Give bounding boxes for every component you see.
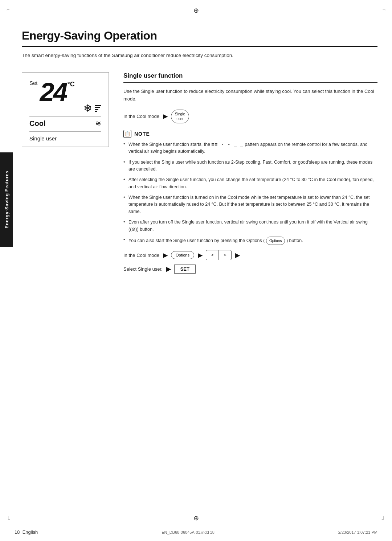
note-icon: 📋 <box>123 130 131 138</box>
nav-buttons: ＜ ＞ <box>206 250 232 260</box>
side-tab: Energy-Saving Features <box>0 152 13 247</box>
corner-mark-br: ┘ <box>382 516 385 522</box>
flow-row-2: In the Cool mode ▶ Options ▶ ＜ ＞ ▶ <box>123 250 377 260</box>
footer-file-info: EN_DB68-06045A-01.indd 18 <box>162 530 215 534</box>
footer: 18 English EN_DB68-06045A-01.indd 18 2/2… <box>0 523 392 541</box>
corner-mark-tl: ⌐ <box>7 7 9 12</box>
note-item-6: You can also start the Single user funct… <box>123 237 377 245</box>
display-cool-text: Cool <box>29 119 45 128</box>
note-label: NOTE <box>134 131 150 137</box>
set-button[interactable]: SET <box>174 265 196 274</box>
section-title: Single user function <box>123 72 377 79</box>
section-rule <box>123 82 377 83</box>
right-column: Single user function Use the Single user… <box>123 72 377 274</box>
note-item-1: When the Single user function starts, th… <box>123 141 377 155</box>
select-arrow: ▶ <box>166 266 171 272</box>
display-box: Set 24 °C ❄ <box>22 72 109 147</box>
swing-symbol: (⊜) <box>130 227 137 232</box>
pattern-display: ≡≡ - - _ _ <box>212 142 244 147</box>
note-item-3: After selecting the Single user function… <box>123 176 377 190</box>
flow2-label: In the Cool mode <box>123 253 159 258</box>
swing-icon: ≋ <box>95 119 101 128</box>
corner-mark-bl: └ <box>7 516 10 522</box>
reg-mark-bottom: ⊕ <box>193 514 199 522</box>
flow1-label: In the Cool mode <box>123 114 159 119</box>
options-button[interactable]: Options <box>171 251 194 259</box>
side-tab-label: Energy-Saving Features <box>4 171 9 229</box>
nav-left-button[interactable]: ＜ <box>206 250 219 260</box>
note-item-4: When the Single user function is turned … <box>123 194 377 215</box>
page-title: Energy-Saving Operation <box>22 29 377 42</box>
single-user-button[interactable]: Singleuser <box>171 110 189 123</box>
flow2-arrow2: ▶ <box>198 252 202 259</box>
set-btn-label: SET <box>180 266 189 272</box>
display-temperature: 24 <box>40 79 67 105</box>
corner-mark-tr: ¬ <box>383 7 385 12</box>
display-cool-row: Cool ≋ <box>29 116 101 128</box>
display-set-label: Set <box>29 80 38 86</box>
single-user-btn-label: Singleuser <box>175 112 185 121</box>
left-column: Set 24 °C ❄ <box>22 72 109 147</box>
flow2-arrow3: ▶ <box>235 252 240 259</box>
note-item-5: Even after you turn off the Single user … <box>123 219 377 233</box>
options-btn-label: Options <box>176 253 189 257</box>
note-section: 📋 NOTE When the Single user function sta… <box>123 130 377 245</box>
footer-left: 18 English <box>15 529 38 535</box>
page-container: ⌐ ¬ ⊕ └ ┘ ⊕ Energy-Saving Features Energ… <box>0 0 392 541</box>
section-description: Use the Single user function to reduce e… <box>123 88 377 103</box>
display-single-user: Single user <box>29 131 101 142</box>
nav-right-button[interactable]: ＞ <box>219 250 231 260</box>
options-inline-btn[interactable]: Options <box>266 237 285 245</box>
note-item-2: If you select the Single user while such… <box>123 159 377 173</box>
page-subtitle: The smart energy-saving functions of the… <box>22 52 377 59</box>
display-degree: °C <box>68 81 75 88</box>
flow2-arrow1: ▶ <box>163 252 167 259</box>
two-col-layout: Set 24 °C ❄ <box>22 72 377 274</box>
note-header: 📋 NOTE <box>123 130 377 138</box>
bars-icon <box>95 105 101 112</box>
flow1-arrow: ▶ <box>163 113 167 120</box>
display-set-row: Set 24 °C <box>29 79 101 105</box>
snowflake-icon: ❄ <box>83 102 92 114</box>
select-label: Select Single user. <box>123 266 163 272</box>
main-content: Energy-Saving Operation The smart energy… <box>22 0 377 303</box>
page-number: 18 English <box>15 529 38 535</box>
flow-row-1: In the Cool mode ▶ Singleuser <box>123 110 377 123</box>
note-list: When the Single user function starts, th… <box>123 141 377 245</box>
reg-mark-top: ⊕ <box>193 7 199 15</box>
footer-date: 2/23/2017 1:07:21 PM <box>338 530 377 534</box>
select-row: Select Single user. ▶ SET <box>123 265 377 274</box>
title-rule <box>22 46 377 47</box>
